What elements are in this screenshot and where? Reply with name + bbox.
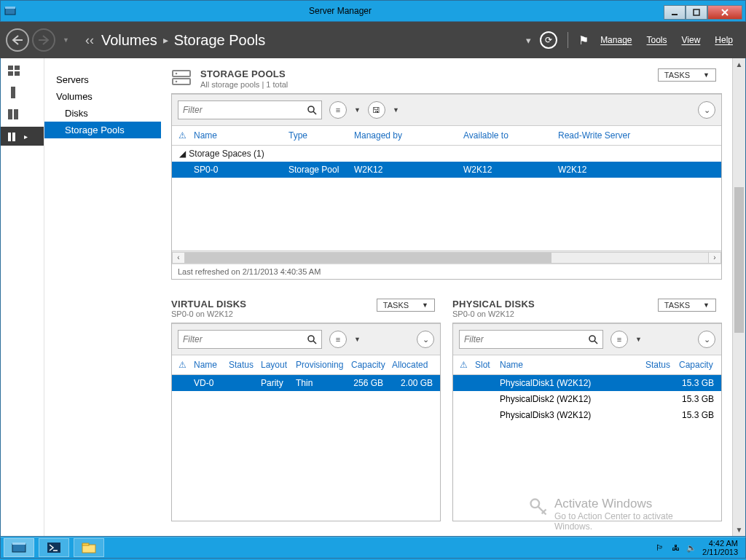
col-available-to[interactable]: Available to — [459, 130, 554, 141]
nav-item-volumes[interactable]: Volumes — [44, 88, 161, 105]
horizontal-scrollbar[interactable]: ‹ › — [172, 251, 721, 264]
table-row[interactable]: VD-0 Parity Thin 256 GB 2.00 GB — [172, 375, 440, 391]
col-allocated[interactable]: Allocated — [388, 360, 437, 370]
nav-item-storage-pools[interactable]: Storage Pools — [44, 122, 161, 138]
table-row[interactable]: PhysicalDisk2 (W2K12) 15.3 GB — [453, 391, 721, 407]
alert-column-icon[interactable]: ⚠ — [175, 130, 189, 141]
close-button[interactable] — [707, 5, 742, 20]
col-name[interactable]: Name — [189, 360, 224, 370]
svg-point-19 — [308, 106, 314, 112]
taskbar-powershell-icon[interactable] — [39, 538, 69, 557]
group-button[interactable]: ≡ — [329, 101, 347, 119]
nav-back-button[interactable] — [6, 28, 29, 52]
col-status[interactable]: Status — [224, 360, 256, 370]
nav-history-caret-icon[interactable]: ▼ — [63, 36, 69, 44]
scroll-thumb[interactable] — [185, 253, 551, 263]
refresh-button[interactable]: ⟳ — [540, 31, 557, 49]
storage-pools-filter-input[interactable] — [178, 101, 302, 119]
app-icon — [4, 3, 17, 19]
col-type[interactable]: Type — [284, 130, 350, 141]
svg-rect-11 — [8, 109, 12, 119]
caret-down-icon[interactable]: ▼ — [354, 336, 361, 343]
tray-volume-icon[interactable]: 🔈 — [686, 543, 696, 553]
svg-rect-8 — [8, 71, 13, 76]
search-icon[interactable] — [302, 331, 321, 348]
caret-down-icon: ▼ — [703, 71, 710, 79]
window-titlebar: Server Manager — [0, 0, 746, 22]
rail-local-server-icon[interactable] — [1, 83, 44, 102]
scroll-right-icon[interactable]: › — [708, 252, 721, 264]
rail-all-servers-icon[interactable] — [1, 105, 44, 124]
vertical-scrollbar[interactable]: ▲ ▼ — [732, 58, 745, 536]
expand-button[interactable]: ⌄ — [698, 331, 715, 348]
rail-dashboard-icon[interactable] — [1, 61, 44, 80]
col-provisioning[interactable]: Provisioning — [291, 360, 347, 370]
scroll-down-icon[interactable]: ▼ — [736, 524, 743, 536]
save-query-button[interactable]: 🖫 — [368, 101, 385, 119]
taskbar-clock[interactable]: 4:42 AM 2/11/2013 — [702, 539, 742, 556]
group-row[interactable]: ◢ Storage Spaces (1) — [172, 146, 721, 162]
svg-rect-30 — [82, 543, 89, 545]
physical-disks-tasks-button[interactable]: TASKS▼ — [658, 299, 716, 312]
scroll-left-icon[interactable]: ‹ — [172, 252, 185, 264]
minimize-button[interactable] — [664, 5, 686, 20]
nav-item-servers[interactable]: Servers — [44, 71, 161, 88]
filter-wrap — [178, 100, 322, 119]
svg-rect-27 — [12, 543, 25, 545]
tray-action-center-icon[interactable]: 🏳 — [654, 543, 664, 553]
col-name[interactable]: Name — [495, 360, 641, 370]
table-row[interactable]: PhysicalDisk3 (W2K12) 15.3 GB — [453, 407, 721, 423]
search-icon[interactable] — [302, 101, 321, 119]
content-column: STORAGE POOLS All storage pools | 1 tota… — [161, 58, 732, 536]
taskbar-server-manager-icon[interactable] — [4, 538, 34, 557]
maximize-button[interactable] — [686, 5, 707, 20]
col-rw-server[interactable]: Read-Write Server — [554, 130, 718, 141]
flag-icon[interactable]: ⚑ — [578, 33, 589, 47]
caret-down-icon[interactable]: ▼ — [635, 336, 642, 343]
col-capacity[interactable]: Capacity — [347, 360, 388, 370]
header-dropdown-caret-icon[interactable]: ▾ — [526, 35, 531, 46]
nav-forward-button[interactable] — [32, 28, 55, 52]
scroll-thumb[interactable] — [734, 187, 744, 333]
virtual-disks-subtitle: SP0-0 on W2K12 — [171, 309, 246, 318]
caret-down-icon[interactable]: ▼ — [354, 106, 361, 114]
svg-point-23 — [589, 336, 595, 342]
expand-button[interactable]: ⌄ — [417, 331, 434, 348]
col-name[interactable]: Name — [189, 130, 284, 141]
storage-pools-tasks-button[interactable]: TASKS▼ — [658, 68, 716, 82]
menu-view[interactable]: View — [682, 35, 701, 45]
cell-available-to: W2K12 — [459, 165, 554, 175]
expand-button[interactable]: ⌄ — [698, 101, 715, 119]
breadcrumb-volumes[interactable]: Volumes — [101, 32, 157, 49]
virtual-disks-tasks-button[interactable]: TASKS▼ — [377, 299, 435, 312]
table-row[interactable]: SP0-0 Storage Pool W2K12 W2K12 W2K12 — [172, 162, 721, 178]
breadcrumb-storage-pools[interactable]: Storage Pools — [174, 32, 266, 49]
col-layout[interactable]: Layout — [256, 360, 291, 370]
col-capacity[interactable]: Capacity — [675, 360, 718, 370]
nav-item-disks[interactable]: Disks — [44, 105, 161, 122]
caret-down-icon[interactable]: ▼ — [393, 106, 399, 114]
physical-disks-filter-input[interactable] — [460, 331, 584, 348]
cell-status — [641, 394, 675, 404]
tray-network-icon[interactable]: 🖧 — [670, 543, 680, 553]
menu-manage[interactable]: Manage — [600, 35, 632, 45]
col-slot[interactable]: Slot — [471, 360, 495, 370]
breadcrumb-prev-icon[interactable]: ‹‹ — [85, 33, 94, 48]
table-row[interactable]: PhysicalDisk1 (W2K12) 15.3 GB — [453, 375, 721, 391]
col-status[interactable]: Status — [641, 360, 675, 370]
cell-name: PhysicalDisk3 (W2K12) — [495, 410, 641, 420]
search-icon[interactable] — [584, 331, 602, 348]
group-button[interactable]: ≡ — [329, 331, 347, 348]
col-managed-by[interactable]: Managed by — [350, 130, 459, 141]
alert-column-icon[interactable]: ⚠ — [175, 360, 189, 370]
scroll-up-icon[interactable]: ▲ — [736, 58, 743, 71]
menu-help[interactable]: Help — [715, 35, 733, 45]
menu-tools[interactable]: Tools — [647, 35, 667, 45]
group-button[interactable]: ≡ — [610, 331, 628, 348]
cell-name: SP0-0 — [189, 165, 284, 175]
svg-point-17 — [176, 73, 178, 75]
taskbar-explorer-icon[interactable] — [74, 538, 104, 557]
alert-column-icon[interactable]: ⚠ — [456, 360, 471, 370]
rail-file-storage-icon[interactable]: ▸ — [1, 127, 44, 146]
virtual-disks-filter-input[interactable] — [178, 331, 302, 348]
